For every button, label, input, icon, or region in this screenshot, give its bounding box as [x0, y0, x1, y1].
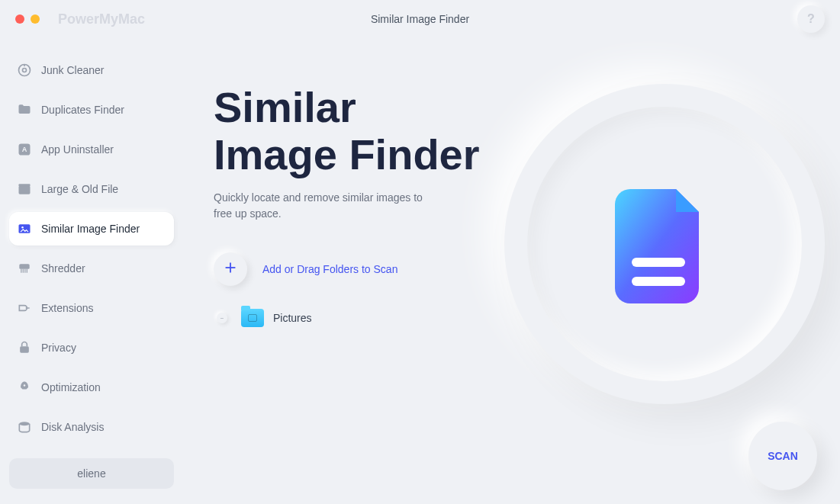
svg-point-16 — [19, 422, 29, 425]
minimize-window-button[interactable] — [31, 14, 40, 24]
folders-icon — [17, 102, 32, 117]
folder-icon — [241, 309, 264, 327]
remove-folder-button[interactable]: − — [217, 313, 227, 323]
sidebar-item-label: Similar Image Finder — [41, 223, 140, 235]
add-folder-label[interactable]: Add or Drag Folders to Scan — [262, 263, 397, 275]
folder-name: Pictures — [273, 312, 312, 324]
document-illustration-icon — [615, 181, 714, 307]
svg-text:A: A — [22, 146, 27, 153]
plus-icon — [222, 259, 239, 279]
traffic-lights — [15, 14, 40, 24]
svg-rect-5 — [19, 186, 31, 194]
sidebar-item-label: Duplicates Finder — [41, 104, 124, 116]
svg-rect-14 — [20, 346, 29, 352]
page-subtitle: Quickly locate and remove similar images… — [214, 190, 443, 222]
scan-button[interactable]: SCAN — [748, 422, 817, 490]
sidebar-item-disk-analysis[interactable]: Disk Analysis — [9, 410, 174, 444]
header-title: Similar Image Finder — [371, 13, 469, 25]
sidebar-item-similar-image-finder[interactable]: Similar Image Finder — [9, 212, 174, 246]
minus-icon: − — [220, 315, 224, 322]
svg-rect-7 — [19, 224, 31, 233]
svg-point-15 — [24, 384, 26, 387]
titlebar: PowerMyMac Similar Image Finder ? — [0, 0, 840, 38]
illustration-inner — [527, 107, 802, 381]
svg-point-1 — [23, 69, 27, 72]
close-window-button[interactable] — [15, 14, 24, 24]
sidebar-item-shredder[interactable]: Shredder — [9, 252, 174, 285]
help-button[interactable]: ? — [797, 5, 825, 33]
sidebar-item-optimization[interactable]: Optimization — [9, 371, 174, 404]
add-folder-button[interactable] — [214, 252, 247, 286]
puzzle-icon — [17, 300, 32, 316]
shredder-icon — [17, 261, 32, 276]
gauge-icon — [17, 63, 32, 78]
sidebar-item-extensions[interactable]: Extensions — [9, 291, 174, 325]
sidebar-item-label: Optimization — [41, 381, 101, 393]
svg-rect-19 — [632, 258, 685, 267]
disk-icon — [17, 419, 32, 435]
box-icon — [17, 181, 32, 197]
image-icon — [17, 221, 32, 236]
sidebar-item-label: App Uninstaller — [41, 143, 114, 156]
sidebar-item-label: Privacy — [41, 342, 76, 354]
sidebar-item-privacy[interactable]: Privacy — [9, 331, 174, 364]
sidebar: Junk Cleaner Duplicates Finder A App Uni… — [0, 38, 183, 504]
sidebar-item-label: Disk Analysis — [41, 421, 104, 433]
sidebar-item-label: Large & Old File — [41, 183, 118, 195]
svg-rect-6 — [19, 184, 31, 186]
lock-icon — [17, 340, 32, 355]
sidebar-item-large-old-file[interactable]: Large & Old File — [9, 172, 174, 206]
sidebar-item-app-uninstaller[interactable]: A App Uninstaller — [9, 133, 174, 166]
sidebar-item-label: Shredder — [41, 262, 85, 274]
illustration-circle — [504, 84, 825, 404]
rocket-icon — [17, 380, 32, 395]
main-content: Similar Image Finder Quickly locate and … — [183, 38, 840, 504]
sidebar-item-junk-cleaner[interactable]: Junk Cleaner — [9, 53, 174, 87]
svg-point-8 — [21, 226, 24, 229]
sidebar-item-duplicates-finder[interactable]: Duplicates Finder — [9, 93, 174, 127]
app-name: PowerMyMac — [58, 11, 145, 27]
apps-icon: A — [17, 142, 32, 157]
user-account-button[interactable]: eliene — [9, 458, 174, 489]
sidebar-item-label: Junk Cleaner — [41, 64, 105, 76]
svg-rect-9 — [19, 264, 29, 269]
svg-rect-20 — [632, 277, 685, 286]
sidebar-item-label: Extensions — [41, 302, 93, 314]
